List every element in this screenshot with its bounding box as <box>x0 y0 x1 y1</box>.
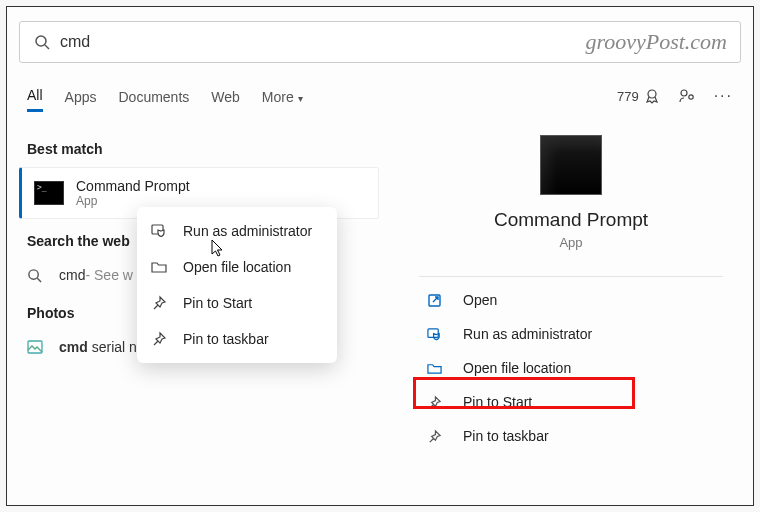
photo-result-bold: cmd <box>59 339 88 355</box>
ctx-open-location-label: Open file location <box>183 259 291 275</box>
ctx-pin-to-start[interactable]: Pin to Start <box>137 285 337 321</box>
svg-line-1 <box>45 45 49 49</box>
tab-more[interactable]: More▾ <box>262 89 303 111</box>
shield-window-icon <box>151 223 173 239</box>
ctx-pin-to-taskbar[interactable]: Pin to taskbar <box>137 321 337 357</box>
ctx-run-as-admin-label: Run as administrator <box>183 223 312 239</box>
action-open-location-label: Open file location <box>463 360 571 376</box>
web-result-term: cmd <box>59 267 85 283</box>
search-icon <box>34 34 50 50</box>
top-right-controls: 779 ··· <box>617 87 733 105</box>
best-match-title: Command Prompt <box>76 178 190 194</box>
filter-tabs: All Apps Documents Web More▾ <box>27 87 303 112</box>
more-options-icon[interactable]: ··· <box>714 87 733 105</box>
svg-point-0 <box>36 36 46 46</box>
open-external-icon <box>427 293 449 308</box>
pin-icon <box>151 295 173 311</box>
detail-title: Command Prompt <box>407 209 735 231</box>
action-run-admin-label: Run as administrator <box>463 326 592 342</box>
action-open-label: Open <box>463 292 497 308</box>
tab-all[interactable]: All <box>27 87 43 112</box>
pin-icon <box>151 331 173 347</box>
folder-icon <box>151 259 173 275</box>
folder-icon <box>427 361 449 376</box>
svg-point-2 <box>648 90 656 98</box>
rewards-count: 779 <box>617 89 639 104</box>
divider <box>419 276 723 277</box>
search-input[interactable] <box>60 33 726 51</box>
action-pin-to-taskbar[interactable]: Pin to taskbar <box>407 419 735 453</box>
search-icon <box>27 268 49 283</box>
pin-icon <box>427 429 449 444</box>
action-open[interactable]: Open <box>407 283 735 317</box>
pin-icon <box>427 395 449 410</box>
ctx-pin-taskbar-label: Pin to taskbar <box>183 331 269 347</box>
web-result-suffix: - See w <box>85 267 132 283</box>
tab-documents[interactable]: Documents <box>118 89 189 111</box>
ctx-pin-start-label: Pin to Start <box>183 295 252 311</box>
command-prompt-icon <box>34 181 64 205</box>
detail-subtitle: App <box>407 235 735 250</box>
svg-point-4 <box>688 95 692 99</box>
command-prompt-large-icon <box>540 135 602 195</box>
action-pin-start-label: Pin to Start <box>463 394 532 410</box>
best-match-heading: Best match <box>27 141 379 157</box>
search-bar[interactable] <box>19 21 741 63</box>
photo-result-rest: serial n <box>88 339 137 355</box>
image-icon <box>27 340 49 354</box>
tab-apps[interactable]: Apps <box>65 89 97 111</box>
ctx-run-as-admin[interactable]: Run as administrator <box>137 213 337 249</box>
action-pin-taskbar-label: Pin to taskbar <box>463 428 549 444</box>
svg-line-6 <box>37 278 41 282</box>
svg-point-5 <box>29 269 38 278</box>
best-match-subtitle: App <box>76 194 190 208</box>
detail-pane: Command Prompt App Open Run as administr… <box>407 135 735 453</box>
ctx-open-file-location[interactable]: Open file location <box>137 249 337 285</box>
chevron-down-icon: ▾ <box>298 93 303 104</box>
action-pin-to-start[interactable]: Pin to Start <box>407 385 735 419</box>
shield-window-icon <box>427 327 449 342</box>
search-window: groovyPost.com All Apps Documents Web Mo… <box>6 6 754 506</box>
rewards-badge[interactable]: 779 <box>617 88 660 104</box>
medal-icon <box>644 88 660 104</box>
tab-web[interactable]: Web <box>211 89 240 111</box>
context-menu: Run as administrator Open file location … <box>137 207 337 363</box>
account-icon[interactable] <box>678 87 696 105</box>
action-open-file-location[interactable]: Open file location <box>407 351 735 385</box>
svg-point-3 <box>681 90 687 96</box>
action-run-as-admin[interactable]: Run as administrator <box>407 317 735 351</box>
